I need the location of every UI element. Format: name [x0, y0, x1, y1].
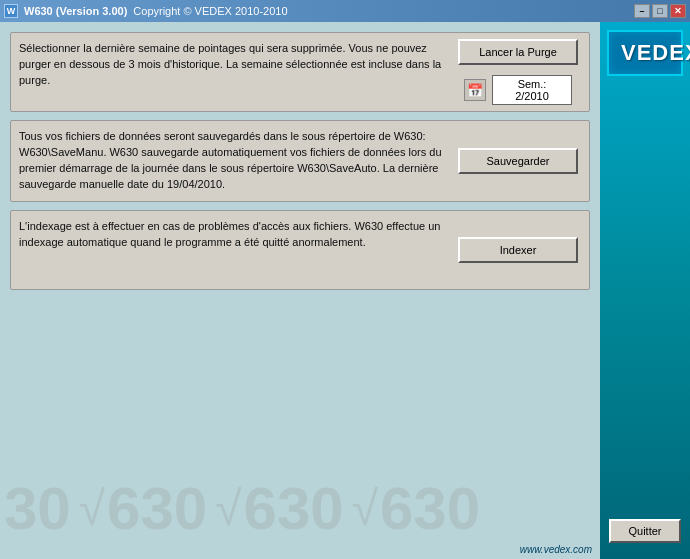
watermark-30: 30 [4, 479, 71, 539]
sidebar: VEDEX Quitter [600, 22, 690, 559]
copyright-text: Copyright © VEDEX 2010-2010 [133, 5, 287, 17]
watermark-630a: 630 [107, 479, 207, 539]
sauvegarde-panel: Tous vos fichiers de données seront sauv… [10, 120, 590, 202]
watermark-sqrt3: √ [352, 485, 378, 533]
sem-field: Sem.: 2/2010 [492, 75, 572, 105]
indexer-panel: L'indexage est à effectuer en cas de pro… [10, 210, 590, 290]
indexer-description: L'indexage est à effectuer en cas de pro… [17, 217, 445, 283]
watermark-630b: 630 [244, 479, 344, 539]
indexer-action: Indexer [453, 217, 583, 283]
purge-panel: Sélectionner la dernière semaine de poin… [10, 32, 590, 112]
main-container: 30 √ 630 √ 630 √ 630 Sélectionner la der… [0, 22, 690, 559]
watermark-sqrt1: √ [79, 485, 105, 533]
sauvegarde-description: Tous vos fichiers de données seront sauv… [17, 127, 445, 195]
watermark-background: 30 √ 630 √ 630 √ 630 [0, 479, 600, 539]
title-bar: W W630 (Version 3.00) Copyright © VEDEX … [0, 0, 690, 22]
minimize-button[interactable]: – [634, 4, 650, 18]
vedex-logo: VEDEX [607, 30, 683, 76]
app-icon: W [4, 4, 18, 18]
window-controls: – □ ✕ [634, 4, 686, 18]
app-title: W630 (Version 3.00) [24, 5, 127, 17]
purge-description: Sélectionner la dernière semaine de poin… [17, 39, 445, 105]
website-footer: www.vedex.com [520, 544, 592, 555]
calendar-icon[interactable]: 📅 [464, 79, 486, 101]
purge-action: Lancer la Purge 📅 Sem.: 2/2010 [453, 39, 583, 105]
lancer-purge-button[interactable]: Lancer la Purge [458, 39, 578, 65]
content-area: 30 √ 630 √ 630 √ 630 Sélectionner la der… [0, 22, 600, 559]
quit-button[interactable]: Quitter [609, 519, 681, 543]
sem-row: 📅 Sem.: 2/2010 [464, 75, 572, 105]
maximize-button[interactable]: □ [652, 4, 668, 18]
watermark-sqrt2: √ [215, 485, 241, 533]
sauvegarder-button[interactable]: Sauvegarder [458, 148, 578, 174]
indexer-button[interactable]: Indexer [458, 237, 578, 263]
sauvegarde-action: Sauvegarder [453, 127, 583, 195]
close-button[interactable]: ✕ [670, 4, 686, 18]
watermark-630c: 630 [380, 479, 480, 539]
